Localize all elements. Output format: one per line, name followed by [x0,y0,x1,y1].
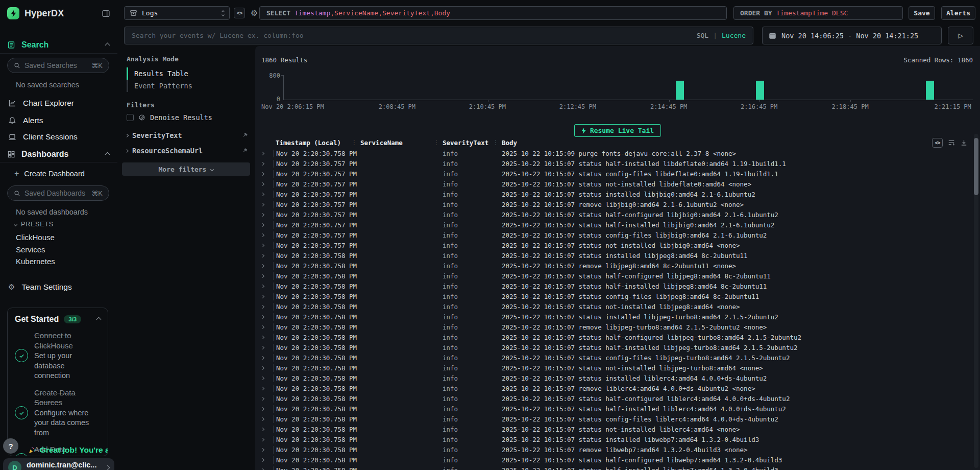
expand-row-icon[interactable] [261,407,264,410]
expand-row-icon[interactable] [261,161,264,165]
expand-row-icon[interactable] [261,376,264,380]
mode-results-table[interactable]: Results Table [127,67,250,80]
table-row[interactable]: Nov 20 2:20:30.758 PMinfo2025-10-22 10:1… [255,363,969,373]
table-row[interactable]: Nov 20 2:20:30.758 PMinfo2025-10-22 10:1… [255,373,969,383]
table-row[interactable]: Nov 20 2:20:30.758 PMinfo2025-10-22 10:1… [255,353,969,363]
table-row[interactable]: Nov 20 2:20:30.758 PMinfo2025-10-22 10:1… [255,342,969,353]
table-row[interactable]: Nov 20 2:20:30.758 PMinfo2025-10-22 10:1… [255,455,969,465]
table-row[interactable]: Nov 20 2:20:30.757 PMinfo2025-10-22 10:1… [255,189,969,199]
table-row[interactable]: Nov 20 2:20:30.758 PMinfo2025-10-22 10:1… [255,250,969,261]
view-source-icon[interactable]: <> [932,138,943,148]
expand-row-icon[interactable] [261,366,264,369]
column-resize-handle[interactable]: ⋮ [493,139,499,146]
more-filters-button[interactable]: More filters [122,162,250,176]
expand-row-icon[interactable] [261,458,264,461]
expand-row-icon[interactable] [261,192,264,196]
expand-row-icon[interactable] [261,386,264,390]
expand-row-icon[interactable] [261,274,264,277]
chevron-up-icon[interactable] [105,152,110,157]
expand-row-icon[interactable] [261,284,264,288]
table-row[interactable]: Nov 20 2:20:30.758 PMinfo2025-10-22 10:1… [255,424,969,434]
table-row[interactable]: Nov 20 2:20:30.758 PMinfo2025-10-22 10:1… [255,281,969,291]
expand-row-icon[interactable] [261,468,264,470]
expand-row-icon[interactable] [261,345,264,349]
expand-row-icon[interactable] [261,437,264,441]
table-row[interactable]: Nov 20 2:20:30.758 PMinfo2025-10-22 10:1… [255,393,969,404]
save-button[interactable]: Save [909,6,935,20]
expand-row-icon[interactable] [261,172,264,175]
sidebar-item-team-settings[interactable]: ⚙ Team Settings [8,281,109,293]
chevron-up-icon[interactable] [96,317,102,322]
source-select[interactable]: Logs [124,6,230,20]
table-row[interactable]: Nov 20 2:20:30.758 PMinfo2025-10-22 10:1… [255,148,969,158]
expand-row-icon[interactable] [261,315,264,318]
expand-row-icon[interactable] [261,253,264,257]
mode-event-patterns[interactable]: Event Patterns [127,80,250,92]
sidebar-item-search[interactable]: Search [7,39,109,51]
user-menu[interactable]: D dominic.tran@clic... dominic.tran@clic… [3,458,114,470]
table-row[interactable]: Nov 20 2:20:30.758 PMinfo2025-10-22 10:1… [255,261,969,271]
table-row[interactable]: Nov 20 2:20:30.758 PMinfo2025-10-22 10:1… [255,301,969,312]
collapse-sidebar-icon[interactable] [102,9,110,18]
expand-row-icon[interactable] [261,304,264,308]
column-resize-handle[interactable]: ⋮ [433,139,439,146]
expand-row-icon[interactable] [261,396,264,400]
table-row[interactable]: Nov 20 2:20:30.757 PMinfo2025-10-22 10:1… [255,240,969,250]
table-row[interactable]: Nov 20 2:20:30.757 PMinfo2025-10-22 10:1… [255,179,969,189]
alerts-button[interactable]: Alerts [941,6,975,20]
event-search-input[interactable]: Search your events w/ Lucene ex. column:… [124,27,753,44]
resume-live-tail-button[interactable]: Resume Live Tail [574,124,661,137]
column-resize-handle[interactable]: ⋮ [351,139,357,146]
chevron-up-icon[interactable] [105,42,110,48]
table-row[interactable]: Nov 20 2:20:30.757 PMinfo2025-10-22 10:1… [255,158,969,169]
table-row[interactable]: Nov 20 2:20:30.758 PMinfo2025-10-22 10:1… [255,434,969,444]
sidebar-item-dashboards[interactable]: Dashboards [7,148,109,160]
run-query-button[interactable]: ▷ [948,27,973,44]
preset-clickhouse[interactable]: ClickHouse [16,233,55,242]
table-row[interactable]: Nov 20 2:20:30.757 PMinfo2025-10-22 10:1… [255,169,969,179]
wrap-lines-icon[interactable] [947,139,955,146]
table-scrollbar[interactable] [974,134,978,468]
pin-icon[interactable] [242,148,248,154]
expand-row-icon[interactable] [261,223,264,226]
download-icon[interactable] [960,139,968,147]
saved-searches-input[interactable]: Saved Searches ⌘K [7,58,109,73]
select-clause-input[interactable]: SELECT Timestamp,ServiceName,SeverityTex… [259,6,727,20]
create-dashboard-button[interactable]: + Create Dashboard [14,169,85,178]
expand-row-icon[interactable] [261,325,264,328]
expand-row-icon[interactable] [261,294,264,298]
table-row[interactable]: Nov 20 2:20:30.758 PMinfo2025-10-22 10:1… [255,271,969,281]
expand-row-icon[interactable] [261,417,264,420]
table-row[interactable]: Nov 20 2:20:30.758 PMinfo2025-10-22 10:1… [255,444,969,455]
table-row[interactable]: Nov 20 2:20:30.758 PMinfo2025-10-22 10:1… [255,404,969,414]
saved-dashboards-input[interactable]: Saved Dashboards ⌘K [7,185,109,201]
presets-toggle[interactable]: PRESETS [14,221,54,228]
sql-mode-toggle[interactable]: SQL [697,32,708,39]
table-row[interactable]: Nov 20 2:20:30.758 PMinfo2025-10-22 10:1… [255,332,969,342]
expand-row-icon[interactable] [261,264,264,267]
filter-group-severitytext[interactable]: SeverityText [126,131,250,140]
filter-group-resourceschemaurl[interactable]: ResourceSchemaUrl [126,146,250,155]
table-row[interactable]: Nov 20 2:20:30.757 PMinfo2025-10-22 10:1… [255,220,969,230]
expand-row-icon[interactable] [261,213,264,216]
table-row[interactable]: Nov 20 2:20:30.758 PMinfo2025-10-22 10:1… [255,414,969,424]
preset-kubernetes[interactable]: Kubernetes [16,257,55,266]
expand-row-icon[interactable] [261,182,264,185]
expand-row-icon[interactable] [261,448,264,451]
chart-plot[interactable]: 800 0 [283,75,973,100]
table-row[interactable]: Nov 20 2:20:30.758 PMinfo2025-10-22 10:1… [255,291,969,301]
orderby-clause-input[interactable]: ORDER BY TimestampTime DESC [733,6,903,20]
table-row[interactable]: Nov 20 2:20:30.758 PMinfo2025-10-22 10:1… [255,322,969,332]
table-row[interactable]: Nov 20 2:20:30.757 PMinfo2025-10-22 10:1… [255,199,969,209]
table-row[interactable]: Nov 20 2:20:30.758 PMinfo2025-10-22 10:1… [255,312,969,322]
pin-icon[interactable] [242,132,248,138]
sidebar-item-client-sessions[interactable]: Client Sessions [8,131,109,143]
expand-row-icon[interactable] [261,243,264,247]
expand-row-icon[interactable] [261,335,264,339]
expand-row-icon[interactable] [261,356,264,359]
sidebar-item-chart-explorer[interactable]: Chart Explorer [8,98,109,109]
denoise-checkbox[interactable] [127,114,134,121]
expand-row-icon[interactable] [261,233,264,237]
sidebar-item-alerts[interactable]: Alerts [8,115,109,126]
table-row[interactable]: Nov 20 2:20:30.758 PMinfo2025-10-22 10:1… [255,465,969,470]
